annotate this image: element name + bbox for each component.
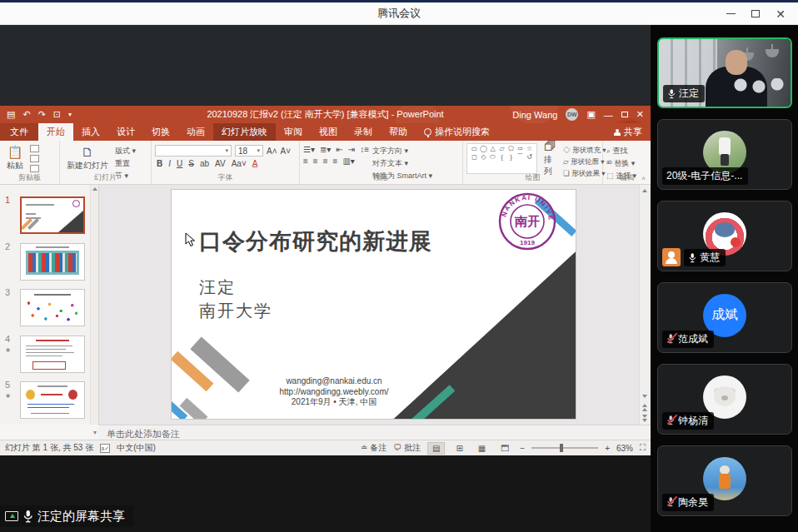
copy-icon[interactable] xyxy=(30,155,39,162)
participant-sidebar: 汪定 20级-电子信息-... xyxy=(651,25,798,532)
replace-button[interactable]: ᵃᵇ 替换 ▾ xyxy=(606,158,636,169)
new-slide-button[interactable]: 🗋 新建幻灯片 xyxy=(63,143,112,174)
paste-button[interactable]: 📋 粘贴 xyxy=(3,143,27,174)
increase-indent-icon[interactable]: ⇥ xyxy=(348,145,355,154)
tab-file[interactable]: 文件 xyxy=(0,123,38,141)
justify-icon[interactable]: ≡ xyxy=(333,157,338,166)
align-right-icon[interactable]: ≡ xyxy=(323,157,328,166)
find-button[interactable]: ⌕ 查找 xyxy=(606,146,636,157)
font-size-combo[interactable]: 18▾ xyxy=(235,145,263,157)
thumbnail-scrollbar[interactable] xyxy=(90,185,98,425)
thumb-slide-4[interactable] xyxy=(20,336,85,373)
canvas-scrollbar[interactable] xyxy=(639,185,650,425)
next-slide-button[interactable] xyxy=(640,412,650,423)
account-avatar[interactable]: DW xyxy=(566,108,578,121)
ppt-share-button[interactable]: 共享 xyxy=(606,123,651,141)
account-name[interactable]: Ding Wang xyxy=(512,110,557,120)
previous-slide-button[interactable] xyxy=(640,401,650,412)
participant-tile-wangding[interactable]: 汪定 xyxy=(657,37,792,108)
font-name-combo[interactable]: ▾ xyxy=(155,145,232,157)
slide-affiliation[interactable]: 南开大学 xyxy=(199,300,272,322)
slide-contact-block[interactable]: wangding@nankai.edu.cn http://wangdingg.… xyxy=(234,376,434,408)
tab-record[interactable]: 录制 xyxy=(346,123,381,141)
shapes-gallery[interactable]: ▭◯△▱⬠⇨☆ ◻◇⬭{}⌒↺ xyxy=(466,143,537,174)
zoom-slider-thumb[interactable] xyxy=(560,444,563,452)
shape-outline-button[interactable]: ▱ 形状轮廓 ▾ xyxy=(563,157,606,167)
shape-fill-button[interactable]: ◇ 形状填充 ▾ xyxy=(563,146,606,156)
numbering-icon[interactable]: ≣▾ xyxy=(320,145,331,154)
slide-title[interactable]: 口令分布研究的新进展 xyxy=(199,226,432,256)
font-color-button[interactable]: A̲ xyxy=(252,159,258,168)
ribbon-display-options-icon[interactable]: ▣ xyxy=(586,109,595,120)
slideshow-view-button[interactable]: 🗔 xyxy=(496,443,513,454)
text-shadow-button[interactable]: ab xyxy=(200,159,209,168)
ppt-minimize-button[interactable]: — xyxy=(604,110,613,120)
format-painter-icon[interactable] xyxy=(30,165,39,172)
participant-tile-fanchengbin[interactable]: 成斌 范成斌 xyxy=(657,282,792,353)
participant-tile-20ji[interactable]: 20级-电子信息-... xyxy=(657,119,792,190)
tab-tell-me[interactable]: 操作说明搜索 xyxy=(416,123,498,141)
tab-design[interactable]: 设计 xyxy=(108,123,143,141)
fit-to-window-icon[interactable]: ⛶ xyxy=(640,443,646,453)
minimize-button[interactable] xyxy=(718,2,743,25)
columns-icon[interactable]: ▥▾ xyxy=(342,157,354,166)
notes-toggle[interactable]: ≐ 备注 xyxy=(361,442,387,454)
tab-review[interactable]: 审阅 xyxy=(276,123,311,141)
slide-sorter-view-button[interactable]: ⊞ xyxy=(451,443,466,454)
reading-view-button[interactable]: ▦ xyxy=(474,443,490,454)
thumb-slide-5[interactable] xyxy=(20,381,85,419)
tab-transitions[interactable]: 切换 xyxy=(143,123,178,141)
align-left-icon[interactable]: ≡ xyxy=(303,157,308,166)
layout-button[interactable]: 版式 ▾ xyxy=(115,146,136,157)
tab-help[interactable]: 帮助 xyxy=(381,123,416,141)
arrange-button[interactable]: 🗇 排列 xyxy=(541,143,560,174)
strikethrough-button[interactable]: S xyxy=(188,159,194,168)
tab-view[interactable]: 视图 xyxy=(311,123,346,141)
decrease-indent-icon[interactable]: ⇤ xyxy=(336,145,342,154)
cut-icon[interactable] xyxy=(30,145,39,152)
participant-tile-taoyuhao[interactable]: 陶余昊 xyxy=(657,445,792,516)
zoom-slider[interactable] xyxy=(531,447,598,449)
scroll-up-button[interactable] xyxy=(640,185,650,196)
bold-button[interactable]: B xyxy=(157,159,162,168)
scroll-down-button[interactable] xyxy=(640,390,650,401)
language-indicator[interactable]: 中文(中国) xyxy=(117,442,156,454)
thumb-slide-3[interactable] xyxy=(20,289,85,326)
zoom-percentage[interactable]: 63% xyxy=(616,444,633,453)
shrink-font-icon[interactable]: A˅ xyxy=(281,147,292,156)
align-center-icon[interactable]: ≡ xyxy=(313,157,318,166)
normal-view-button[interactable]: ▤ xyxy=(427,442,445,455)
text-direction-button[interactable]: 文字方向 ▾ xyxy=(372,146,432,157)
tab-slideshow[interactable]: 幻灯片放映 xyxy=(213,123,276,141)
thumb-slide-1[interactable] xyxy=(20,196,85,234)
comments-toggle[interactable]: 🗩 批注 xyxy=(393,442,421,454)
zoom-in-button[interactable]: + xyxy=(605,444,610,453)
ppt-close-button[interactable]: ✕ xyxy=(636,109,644,120)
maximize-button[interactable] xyxy=(743,2,768,25)
grow-font-icon[interactable]: A˄ xyxy=(267,147,277,156)
italic-button[interactable]: I xyxy=(168,159,171,168)
slide-author[interactable]: 汪定 xyxy=(199,276,236,299)
ppt-restore-button[interactable] xyxy=(621,112,628,117)
collapse-ribbon-icon[interactable]: ˄ xyxy=(641,175,646,182)
slide-editor[interactable]: NANKAI UNIVERSITY 南开 1919 口令分布研究的新进展 汪定 … xyxy=(172,190,576,419)
participant-tile-zhongyangqing[interactable]: 钟杨清 xyxy=(657,364,792,435)
change-case-button[interactable]: Aa˅ xyxy=(232,159,247,168)
tab-insert[interactable]: 插入 xyxy=(73,123,108,141)
reset-button[interactable]: 重置 xyxy=(115,158,136,169)
char-spacing-button[interactable]: AV xyxy=(215,159,226,168)
align-text-button[interactable]: 对齐文本 ▾ xyxy=(372,158,432,169)
tab-home[interactable]: 开始 xyxy=(38,123,73,141)
underline-button[interactable]: U xyxy=(177,159,182,168)
notes-splitter-icon[interactable]: ▾ xyxy=(93,429,97,436)
bullets-icon[interactable]: ☰▾ xyxy=(303,145,315,154)
spellcheck-icon[interactable]: a✓ xyxy=(100,444,110,453)
thumb-slide-2[interactable] xyxy=(20,243,85,281)
notes-pane[interactable]: ▾ 单击此处添加备注 xyxy=(98,425,651,440)
tab-animations[interactable]: 动画 xyxy=(178,123,213,141)
close-button[interactable]: ✕ xyxy=(768,2,793,25)
zoom-out-button[interactable]: − xyxy=(520,444,525,453)
line-spacing-icon[interactable]: ↕≡ xyxy=(360,145,369,154)
participant-tile-huanghui[interactable]: 黄慧 xyxy=(657,201,792,271)
notes-placeholder[interactable]: 单击此处添加备注 xyxy=(107,428,180,440)
